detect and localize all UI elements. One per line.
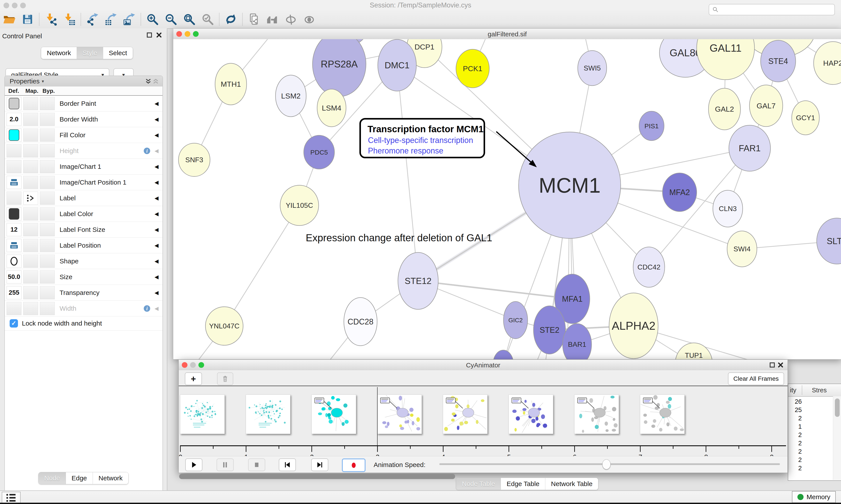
def-cell[interactable] bbox=[6, 160, 21, 173]
memory-button[interactable]: Memory bbox=[792, 491, 836, 503]
property-row-shape[interactable]: Shape◀ bbox=[5, 253, 162, 269]
play-button[interactable] bbox=[185, 458, 202, 471]
annotation-link[interactable]: Pheromone response bbox=[368, 146, 484, 156]
map-cell[interactable] bbox=[23, 239, 38, 252]
scrollbar-thumb[interactable] bbox=[835, 398, 840, 417]
table-row[interactable]: 2 bbox=[788, 415, 802, 422]
info-icon[interactable]: i bbox=[143, 304, 151, 313]
def-cell[interactable]: 12 bbox=[6, 223, 21, 236]
property-row-label-font-size[interactable]: 12Label Font Size◀ bbox=[5, 222, 162, 237]
map-cell[interactable] bbox=[23, 113, 38, 126]
column-divider[interactable] bbox=[802, 385, 802, 395]
def-cell[interactable]: 50.0 bbox=[6, 270, 21, 284]
tab-node-table[interactable]: Node Table bbox=[456, 478, 501, 490]
def-cell[interactable] bbox=[6, 144, 21, 158]
tab-node[interactable]: Node bbox=[38, 472, 66, 484]
byp-cell[interactable] bbox=[40, 302, 55, 315]
lock-size-checkbox[interactable]: ✓ bbox=[10, 319, 18, 327]
property-row-width[interactable]: Widthi◀ bbox=[5, 301, 162, 317]
byp-cell[interactable] bbox=[40, 286, 55, 299]
tab-network-table[interactable]: Network Table bbox=[545, 478, 598, 490]
property-row-image-chart-position-1[interactable]: Image/Chart Position 1◀ bbox=[5, 175, 162, 190]
property-row-border-paint[interactable]: Border Paint◀ bbox=[5, 96, 162, 111]
byp-cell[interactable] bbox=[40, 160, 55, 173]
network-document-icon[interactable] bbox=[247, 12, 261, 26]
byp-cell[interactable] bbox=[40, 239, 55, 252]
map-cell[interactable] bbox=[23, 160, 38, 173]
table-row[interactable]: 2 bbox=[788, 448, 802, 455]
frame-thumbnail-2[interactable] bbox=[311, 395, 356, 434]
playhead[interactable] bbox=[377, 387, 378, 445]
search-input[interactable] bbox=[719, 5, 835, 14]
tab-style[interactable]: Style bbox=[77, 47, 103, 59]
show-panels-button[interactable] bbox=[2, 492, 21, 504]
table-vscrollbar[interactable] bbox=[833, 396, 841, 480]
expand-row-icon[interactable]: ◀ bbox=[155, 211, 159, 217]
byp-cell[interactable] bbox=[40, 207, 55, 220]
expand-row-icon[interactable]: ◀ bbox=[155, 258, 159, 264]
property-row-label[interactable]: Label◀ bbox=[5, 190, 162, 206]
property-row-fill-color[interactable]: Fill Color◀ bbox=[5, 127, 162, 143]
byp-cell[interactable] bbox=[40, 270, 55, 284]
refresh-icon[interactable] bbox=[223, 12, 238, 26]
annotation-link[interactable]: Cell-type-specific transcription bbox=[368, 136, 484, 145]
zoom-selected-icon[interactable] bbox=[200, 12, 215, 26]
map-cell[interactable] bbox=[23, 302, 38, 315]
tab-edge[interactable]: Edge bbox=[66, 472, 93, 484]
expand-row-icon[interactable]: ◀ bbox=[155, 148, 159, 154]
network-canvas[interactable]: DCP1RPS28ADMC1PCK1MTH1LSM2LSM4SWI5GAL80G… bbox=[173, 39, 841, 359]
byp-cell[interactable] bbox=[40, 223, 55, 236]
node-BOT1[interactable] bbox=[493, 350, 513, 359]
skip-end-button[interactable] bbox=[311, 458, 328, 471]
expand-row-icon[interactable]: ◀ bbox=[155, 242, 159, 249]
property-row-image-chart-1[interactable]: Image/Chart 1◀ bbox=[5, 159, 162, 175]
def-cell[interactable] bbox=[6, 239, 21, 252]
map-cell[interactable] bbox=[23, 223, 38, 236]
byp-cell[interactable] bbox=[40, 176, 55, 189]
property-row-size[interactable]: 50.0Size◀ bbox=[5, 269, 162, 285]
byp-cell[interactable] bbox=[40, 97, 55, 110]
record-button[interactable] bbox=[342, 458, 365, 472]
stop-button[interactable] bbox=[248, 458, 265, 471]
def-cell[interactable] bbox=[6, 128, 21, 142]
cyanimator-titlebar[interactable]: CyAnimator bbox=[179, 360, 788, 371]
add-frame-button[interactable]: + bbox=[185, 373, 202, 385]
frame-thumbnail-0[interactable] bbox=[180, 395, 225, 434]
frame-thumbnail-3[interactable] bbox=[377, 395, 422, 434]
table-row[interactable]: 25 bbox=[788, 406, 802, 414]
map-cell[interactable] bbox=[23, 128, 38, 142]
expand-row-icon[interactable]: ◀ bbox=[155, 164, 159, 170]
property-row-border-width[interactable]: 2.0Border Width◀ bbox=[5, 111, 162, 127]
byp-cell[interactable] bbox=[40, 255, 55, 268]
import-network-icon[interactable] bbox=[43, 12, 58, 26]
cyanimator-timeline[interactable]: 0123456789Seconds bbox=[179, 386, 788, 456]
property-row-label-color[interactable]: Label Color◀ bbox=[5, 206, 162, 222]
byp-cell[interactable] bbox=[40, 192, 55, 205]
slider-thumb[interactable] bbox=[602, 459, 611, 469]
annotation-box[interactable]: Transcription factor MCM1 Cell-type-spec… bbox=[359, 118, 485, 158]
def-cell[interactable]: 2.0 bbox=[6, 113, 21, 126]
delete-frame-button[interactable] bbox=[217, 373, 233, 385]
search-field[interactable] bbox=[709, 4, 835, 15]
skip-start-button[interactable] bbox=[279, 458, 296, 471]
expand-row-icon[interactable]: ◀ bbox=[155, 179, 159, 185]
zoom-in-icon[interactable] bbox=[145, 12, 160, 26]
table-column-header[interactable]: ity bbox=[790, 386, 796, 394]
property-row-transparency[interactable]: 255Transparency◀ bbox=[5, 285, 162, 301]
expand-row-icon[interactable]: ◀ bbox=[155, 274, 159, 280]
table-column-header[interactable]: Stres bbox=[812, 386, 827, 394]
expand-row-icon[interactable]: ◀ bbox=[155, 305, 159, 311]
hide-graphics-icon[interactable] bbox=[284, 12, 298, 26]
expand-row-icon[interactable]: ◀ bbox=[155, 290, 159, 296]
frame-thumbnail-7[interactable] bbox=[640, 395, 685, 434]
map-cell[interactable] bbox=[23, 207, 38, 220]
close-panel-icon[interactable] bbox=[777, 362, 784, 368]
byp-cell[interactable] bbox=[40, 144, 55, 158]
close-panel-icon[interactable] bbox=[156, 32, 162, 38]
binoculars-icon[interactable] bbox=[265, 12, 280, 26]
save-session-icon[interactable] bbox=[20, 12, 35, 26]
float-panel-icon[interactable] bbox=[769, 362, 775, 368]
timeline-ruler[interactable] bbox=[180, 445, 786, 446]
tab-network[interactable]: Network bbox=[41, 47, 77, 59]
expand-row-icon[interactable]: ◀ bbox=[155, 101, 159, 107]
